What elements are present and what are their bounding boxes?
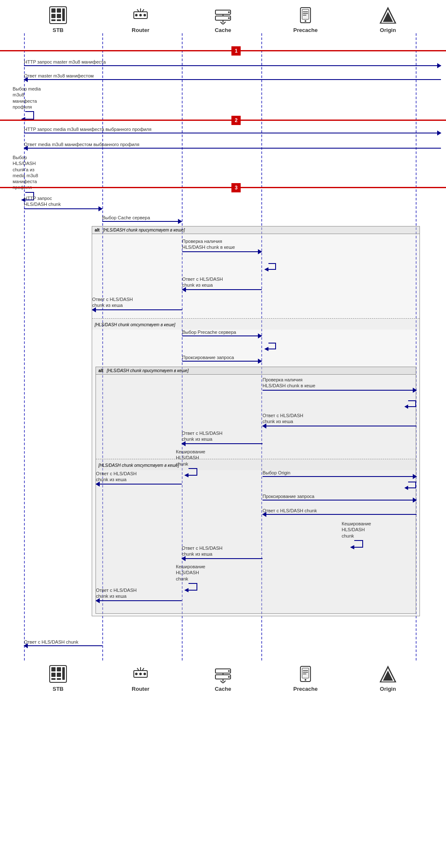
svg-point-49: [139, 673, 142, 675]
msg-8-label: Выбор Cache сервера: [102, 215, 182, 220]
msg-22-label: КешированиеHLS/DASH chunk: [342, 521, 375, 539]
svg-rect-5: [51, 19, 56, 21]
stb-icon-top: [48, 5, 68, 25]
sequence-body: 1 HTTP запрос master m3u8 манифеста Отве…: [0, 33, 446, 660]
msg-11: Ответ с HLS/DASHchunk из кеша: [92, 296, 182, 310]
svg-point-62: [305, 679, 306, 681]
svg-marker-36: [404, 486, 408, 490]
alt-box-inner: alt [HLS/DASH chunk присутствует в кеше]…: [96, 367, 416, 614]
msg-20: Проксирование запроса: [263, 494, 417, 501]
origin-label-top: Origin: [380, 27, 396, 33]
stb-label-bottom: STB: [53, 686, 64, 692]
msg-14b-self: [404, 400, 419, 411]
svg-point-9: [135, 14, 138, 16]
msg-12-label: Выбор Precache сервера: [182, 330, 262, 335]
router-label-top: Router: [132, 27, 149, 33]
svg-marker-37: [350, 545, 354, 549]
svg-point-11: [143, 14, 146, 16]
msg-7: HTTP запросHLS/DASH chunk: [24, 195, 102, 209]
sequence-diagram: STB Router: [0, 0, 446, 868]
bottom-actors: STB Router: [0, 660, 446, 697]
msg-9b-self: [258, 263, 279, 274]
svg-rect-3: [51, 14, 56, 18]
msg-3-self: Выбор media m3u8манифеста профиля: [13, 86, 46, 123]
svg-rect-41: [57, 667, 61, 671]
precache-icon-bottom: [295, 664, 316, 684]
svg-rect-2: [57, 8, 61, 13]
svg-rect-45: [57, 678, 61, 680]
alt-outer-keyword: alt: [95, 228, 100, 232]
actor-origin-bottom: Origin: [363, 664, 413, 692]
alt-outer-condition-1: [HLS/DASH chunk присутствует в кеше]: [103, 228, 185, 232]
cache-icon-top: [213, 5, 233, 25]
msg-6-label: Выбор HLS/DASH chunk'a изmedia m3u8 мани…: [13, 154, 50, 191]
msg-23: Ответ с HLS/DASHchunk из кеша: [182, 545, 263, 559]
alt-outer-condition-2: [HLS/DASH chunk отсутствует в кеше]: [95, 322, 175, 327]
actor-stb-bottom: STB: [33, 664, 83, 692]
svg-point-48: [135, 673, 138, 675]
svg-rect-40: [51, 667, 56, 671]
msg-14-label: Проверка наличияHLS/DASH chunk в кеше: [263, 377, 417, 389]
msg-17-label: КешированиеHLS/DASH chunk: [176, 449, 210, 467]
svg-marker-34: [404, 405, 408, 409]
svg-rect-42: [51, 673, 56, 677]
svg-rect-1: [51, 8, 56, 13]
svg-point-50: [143, 673, 146, 675]
msg-final-label: Ответ с HLS/DASH chunk: [24, 639, 102, 644]
router-icon-top: [130, 5, 151, 25]
stb-icon-bottom: [48, 664, 68, 684]
svg-rect-22: [302, 9, 309, 19]
actor-router-bottom: Router: [115, 664, 166, 692]
msg-21: Ответ с HLS/DASH chunk: [263, 508, 417, 515]
msg-4-label: HTTP запрос media m3u8 манифеста выбранн…: [24, 127, 441, 132]
actor-precache-top: Precache: [280, 5, 331, 33]
msg-25-label: Ответ с HLS/DASHchunk из кеша: [96, 587, 182, 599]
cache-icon-bottom: [213, 664, 233, 684]
msg-21-label: Ответ с HLS/DASH chunk: [263, 508, 417, 513]
svg-marker-32: [264, 267, 268, 272]
svg-point-23: [305, 20, 306, 22]
actor-router-top: Router: [115, 5, 166, 33]
origin-label-bottom: Origin: [380, 686, 396, 692]
actor-cache-top: Cache: [198, 5, 248, 33]
msg-3-label: Выбор media m3u8манифеста профиля: [13, 86, 46, 110]
separator-2-label: 2: [235, 117, 238, 123]
alt-box-outer: alt [HLS/DASH chunk присутствует в кеше]…: [92, 226, 420, 616]
msg-2: Ответ master m3u8 манифестом: [24, 73, 441, 80]
msg-8: Выбор Cache сервера: [102, 215, 182, 222]
msg-5-label: Ответ media m3u8 манифестом выбранного п…: [24, 142, 441, 147]
actor-origin-top: Origin: [363, 5, 413, 33]
msg-25: Ответ с HLS/DASHchunk из кеша: [96, 587, 182, 601]
msg-10: Ответ с HLS/DASHchunk из кеша: [182, 276, 262, 290]
cache-label-bottom: Cache: [215, 686, 231, 692]
origin-icon-top: [378, 5, 398, 25]
svg-point-57: [228, 676, 230, 678]
msg-12b-self: [258, 342, 279, 353]
svg-rect-44: [51, 678, 56, 680]
svg-point-18: [228, 17, 230, 19]
msg-19b-self: [404, 481, 419, 492]
precache-icon-top: [295, 5, 316, 25]
svg-marker-33: [264, 347, 268, 351]
separator-1-label: 1: [235, 48, 238, 54]
msg-14: Проверка наличияHLS/DASH chunk в кеше: [263, 377, 417, 391]
msg-7-label: HTTP запросHLS/DASH chunk: [24, 195, 102, 208]
msg-9-label: Проверка наличияHLS/DASH chunk в кеше: [182, 238, 262, 250]
msg-13-label: Проксирование запроса: [182, 355, 262, 360]
router-icon-bottom: [130, 664, 151, 684]
msg-1-label: HTTP запрос master m3u8 манифеста: [24, 59, 441, 64]
msg-19-label: Выбор Origin: [263, 470, 417, 475]
msg-15-label: Ответ с HLS/DASHchunk из кеша: [263, 413, 417, 425]
actor-cache-bottom: Cache: [198, 664, 248, 692]
stb-label-top: STB: [53, 27, 64, 33]
svg-rect-7: [62, 8, 65, 21]
svg-marker-38: [184, 588, 188, 592]
separator-2: 2: [0, 120, 446, 121]
actor-stb-top: STB: [33, 5, 83, 33]
svg-point-10: [139, 14, 142, 16]
msg-22-self: КешированиеHLS/DASH chunk: [342, 521, 375, 551]
svg-rect-46: [62, 667, 65, 680]
router-label-bottom: Router: [132, 686, 149, 692]
msg-final: Ответ с HLS/DASH chunk: [24, 639, 102, 646]
msg-15: Ответ с HLS/DASHchunk из кеша: [263, 413, 417, 426]
